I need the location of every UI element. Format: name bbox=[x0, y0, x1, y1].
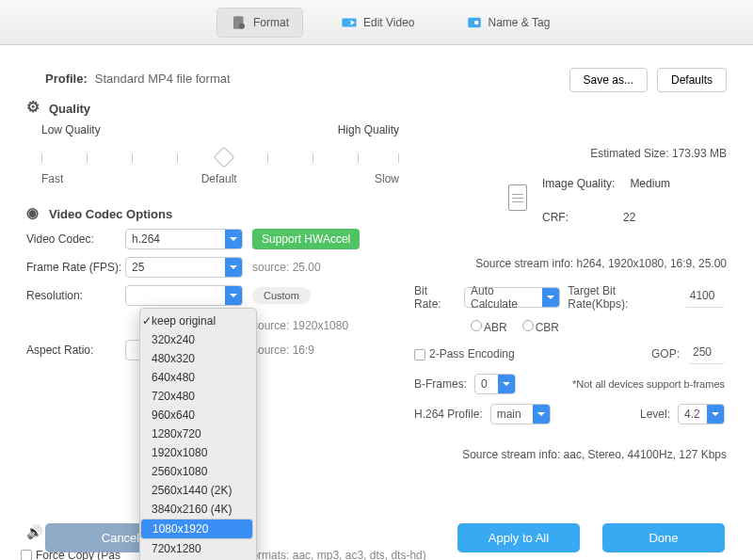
video-codec-select[interactable]: h.264 bbox=[125, 229, 243, 249]
chevron-down-icon bbox=[225, 230, 242, 248]
speaker-icon bbox=[26, 526, 41, 541]
profile-label: Profile: bbox=[45, 72, 88, 86]
chevron-down-icon bbox=[225, 258, 242, 277]
resolution-option[interactable]: 1920x1080 bbox=[140, 443, 256, 462]
edit-video-icon bbox=[341, 14, 358, 31]
audio-stream-info: Source stream info: aac, Stereo, 44100Hz… bbox=[462, 448, 727, 461]
abr-radio[interactable] bbox=[471, 320, 482, 331]
crf-value: 22 bbox=[623, 211, 635, 224]
bitrate-select[interactable]: Auto Calculate bbox=[464, 287, 560, 308]
save-as-button[interactable]: Save as... bbox=[569, 68, 648, 92]
resolution-dropdown[interactable]: keep original320x240480x320640x480720x48… bbox=[139, 308, 257, 560]
custom-resolution-chip[interactable]: Custom bbox=[252, 287, 311, 304]
done-button[interactable]: Done bbox=[602, 523, 725, 552]
resolution-option[interactable]: keep original bbox=[140, 312, 256, 330]
resolution-option[interactable]: 2560x1080 bbox=[140, 462, 256, 481]
gear-icon bbox=[26, 101, 41, 116]
image-quality-value: Medium bbox=[630, 177, 670, 190]
content-pane: Profile: Standard MP4 file format Save a… bbox=[0, 45, 753, 560]
film-icon bbox=[26, 206, 41, 221]
resolution-option[interactable]: 480x320 bbox=[140, 349, 256, 368]
tab-format[interactable]: Format bbox=[216, 8, 303, 38]
format-icon bbox=[231, 14, 248, 31]
name-tag-icon bbox=[466, 14, 483, 31]
resolution-option[interactable]: 640x480 bbox=[140, 368, 256, 387]
resolution-option[interactable]: 3840x2160 (4K) bbox=[140, 500, 256, 519]
tab-label: Name & Tag bbox=[489, 16, 551, 29]
slow-label: Slow bbox=[375, 172, 399, 185]
image-quality-label: Image Quality: bbox=[542, 177, 615, 190]
video-stream-info: Source stream info: h264, 1920x1080, 16:… bbox=[475, 257, 727, 270]
svg-point-4 bbox=[474, 20, 479, 24]
resolution-option[interactable]: 2560x1440 (2K) bbox=[140, 481, 256, 500]
target-bitrate-label: Target Bit Rate(Kbps): bbox=[568, 284, 676, 311]
gop-label: GOP: bbox=[651, 347, 680, 360]
aspect-ratio-source-hint: source: 16:9 bbox=[252, 344, 314, 357]
chevron-down-icon bbox=[498, 375, 515, 393]
aspect-ratio-label: Aspect Ratio: bbox=[26, 344, 125, 357]
gop-input[interactable]: 250 bbox=[687, 344, 725, 364]
tab-label: Format bbox=[253, 16, 289, 29]
force-copy-checkbox[interactable] bbox=[21, 550, 32, 560]
chevron-down-icon bbox=[542, 288, 559, 307]
bitrate-label: Bit Rate: bbox=[414, 284, 457, 311]
video-codec-label: Video Codec: bbox=[26, 232, 125, 246]
document-icon bbox=[508, 184, 527, 211]
high-quality-label: High Quality bbox=[338, 123, 399, 136]
cbr-label: CBR bbox=[536, 321, 559, 334]
bframes-note: *Not all devices support b-frames bbox=[572, 378, 725, 390]
tab-label: Edit Video bbox=[363, 16, 415, 29]
slider-thumb[interactable] bbox=[214, 147, 235, 168]
resolution-option[interactable]: 960x640 bbox=[140, 406, 256, 424]
low-quality-label: Low Quality bbox=[41, 123, 101, 136]
fps-source-hint: source: 25.00 bbox=[252, 261, 321, 274]
resolution-label: Resolution: bbox=[26, 289, 125, 302]
framerate-label: Frame Rate (FPS): bbox=[26, 261, 125, 274]
resolution-source-hint: source: 1920x1080 bbox=[252, 319, 348, 332]
apply-to-all-button[interactable]: Apply to All bbox=[457, 523, 580, 552]
top-buttons: Save as... Defaults bbox=[569, 68, 727, 92]
resolution-option[interactable]: 720x480 bbox=[140, 387, 256, 406]
chevron-down-icon bbox=[533, 405, 550, 424]
svg-point-1 bbox=[239, 23, 245, 28]
two-pass-label: 2-Pass Encoding bbox=[429, 347, 515, 360]
crf-label: CRF: bbox=[542, 211, 569, 224]
resolution-option[interactable]: 1080x1920 bbox=[140, 519, 253, 539]
default-label: Default bbox=[201, 172, 237, 185]
resolution-option[interactable]: 1280x720 bbox=[140, 424, 256, 443]
support-hwaccel-button[interactable]: Support HWAccel bbox=[252, 229, 360, 249]
resolution-select[interactable] bbox=[125, 285, 243, 306]
defaults-button[interactable]: Defaults bbox=[657, 68, 727, 92]
resolution-option[interactable]: 720x1280 bbox=[140, 539, 256, 558]
h264-profile-label: H.264 Profile: bbox=[414, 408, 483, 421]
cbr-radio[interactable] bbox=[522, 320, 534, 331]
framerate-select[interactable]: 25 bbox=[125, 257, 243, 278]
vco-title: Video Codec Options bbox=[49, 207, 172, 221]
h264-profile-select[interactable]: main bbox=[490, 404, 551, 424]
tab-edit-video[interactable]: Edit Video bbox=[328, 8, 428, 37]
abr-label: ABR bbox=[484, 321, 507, 334]
profile-value: Standard MP4 file format bbox=[95, 72, 231, 86]
target-bitrate-input[interactable]: 4100 bbox=[684, 287, 725, 308]
tab-bar: Format Edit Video Name & Tag bbox=[0, 0, 753, 45]
two-pass-checkbox[interactable] bbox=[414, 349, 425, 360]
quality-header: Quality bbox=[26, 101, 727, 116]
tab-name-tag[interactable]: Name & Tag bbox=[453, 8, 564, 37]
chevron-down-icon bbox=[707, 405, 724, 424]
bframes-label: B-Frames: bbox=[414, 377, 467, 391]
chevron-down-icon bbox=[225, 286, 242, 305]
quality-slider[interactable] bbox=[41, 148, 399, 170]
fast-label: Fast bbox=[41, 172, 63, 185]
level-select[interactable]: 4.2 bbox=[678, 404, 725, 424]
level-label: Level: bbox=[640, 408, 670, 421]
resolution-option[interactable]: 320x240 bbox=[140, 330, 256, 349]
bframes-select[interactable]: 0 bbox=[474, 374, 516, 394]
quality-title: Quality bbox=[49, 102, 90, 116]
video-right-column: Bit Rate: Auto Calculate Target Bit Rate… bbox=[414, 284, 725, 434]
